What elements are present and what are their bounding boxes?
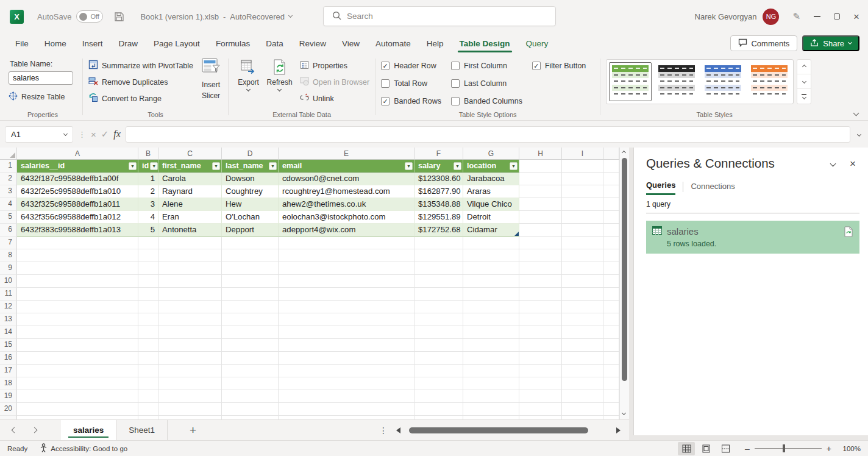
grid-cell[interactable]	[138, 403, 158, 416]
grid-cell[interactable]	[463, 377, 519, 390]
grid-cell[interactable]: Araras	[463, 185, 519, 198]
grid-cell[interactable]	[562, 249, 603, 262]
scroll-right-icon[interactable]	[616, 427, 621, 433]
grid-cell[interactable]	[562, 237, 603, 249]
grid-cell[interactable]	[603, 352, 619, 365]
table-header-cell[interactable]: email▼	[279, 160, 414, 173]
grid-cell[interactable]	[562, 403, 603, 416]
grid-cell[interactable]	[414, 326, 463, 339]
grid-cell[interactable]	[222, 237, 279, 249]
filter-button[interactable]: ▼	[269, 162, 277, 170]
grid-cell[interactable]: ahew2@thetimes.co.uk	[279, 198, 414, 211]
grid-cell[interactable]	[603, 185, 619, 198]
first-column-checkbox[interactable]: First Column	[451, 59, 522, 72]
grid-cell[interactable]	[603, 313, 619, 326]
row-number[interactable]: 8	[0, 249, 17, 262]
filter-button[interactable]: ▼	[150, 162, 158, 170]
grid-cell[interactable]: Coughtrey	[222, 185, 279, 198]
grid-cell[interactable]: 6432f383c99588deffb1a013	[17, 224, 138, 237]
grid-cell[interactable]	[519, 173, 562, 185]
grid-cell[interactable]	[17, 365, 138, 377]
tab-query[interactable]: Query	[518, 33, 557, 54]
gallery-down-button[interactable]	[797, 74, 811, 89]
table-header-cell[interactable]: last_name▼	[222, 160, 279, 173]
banded-rows-checkbox[interactable]: ✓Banded Rows	[381, 94, 441, 107]
grid-cell[interactable]	[17, 313, 138, 326]
grid-cell[interactable]	[279, 237, 414, 249]
grid-cell[interactable]: O'Lochan	[222, 211, 279, 224]
row-number[interactable]: 9	[0, 262, 17, 275]
grid-cell[interactable]	[603, 339, 619, 352]
grid-cell[interactable]	[603, 173, 619, 185]
grid-cell[interactable]	[138, 275, 158, 288]
table-header-cell[interactable]: location▼	[463, 160, 519, 173]
grid-cell[interactable]	[222, 262, 279, 275]
column-header-C[interactable]: C	[158, 148, 222, 160]
filter-button[interactable]: ▼	[454, 162, 461, 170]
row-number[interactable]: 4	[0, 198, 17, 211]
grid-cell[interactable]	[414, 249, 463, 262]
table-style-swatch-0[interactable]	[609, 62, 652, 101]
row-number[interactable]: 14	[0, 326, 17, 339]
grid-cell[interactable]	[158, 288, 222, 301]
grid-cell[interactable]	[222, 301, 279, 313]
last-column-checkbox[interactable]: Last Column	[451, 77, 522, 90]
grid-cell[interactable]	[158, 352, 222, 365]
grid-cell[interactable]	[463, 313, 519, 326]
grid-cell[interactable]	[222, 365, 279, 377]
row-number[interactable]: 19	[0, 390, 17, 403]
grid-cell[interactable]	[279, 365, 414, 377]
grid-cell[interactable]: $162877.90	[414, 185, 463, 198]
insert-slicer-button[interactable]: Insert Slicer	[199, 58, 222, 106]
horizontal-scrollbar[interactable]	[396, 420, 621, 440]
grid-cell[interactable]	[519, 288, 562, 301]
grid-cell[interactable]	[17, 377, 138, 390]
grid-cell[interactable]	[279, 377, 414, 390]
grid-cell[interactable]	[414, 237, 463, 249]
grid-cell[interactable]	[519, 390, 562, 403]
remove-duplicates-button[interactable]: Remove Duplicates	[88, 74, 193, 90]
grid-cell[interactable]	[222, 352, 279, 365]
grid-cell[interactable]	[562, 339, 603, 352]
grid-cell[interactable]: $135348.88	[414, 198, 463, 211]
prev-sheet-icon[interactable]	[12, 427, 18, 433]
row-number[interactable]: 3	[0, 185, 17, 198]
resize-table-button[interactable]: Resize Table	[9, 89, 77, 104]
tab-table-design[interactable]: Table Design	[452, 33, 518, 54]
grid-cell[interactable]	[519, 249, 562, 262]
grid-cell[interactable]	[519, 403, 562, 416]
grid-cell[interactable]	[519, 224, 562, 237]
collapse-ribbon-icon[interactable]	[853, 110, 859, 116]
close-button[interactable]: ×	[853, 12, 859, 22]
grid-cell[interactable]	[562, 365, 603, 377]
grid-cell[interactable]	[519, 326, 562, 339]
properties-button[interactable]: Properties	[300, 58, 369, 73]
grid-cell[interactable]	[279, 326, 414, 339]
share-button[interactable]: Share	[802, 35, 859, 51]
grid-cell[interactable]	[414, 339, 463, 352]
grid-cell[interactable]	[519, 198, 562, 211]
column-header-D[interactable]: D	[222, 148, 279, 160]
search-input[interactable]: Search	[323, 6, 556, 26]
grid-cell[interactable]	[603, 275, 619, 288]
grid-cell[interactable]	[463, 403, 519, 416]
grid-cell[interactable]	[562, 288, 603, 301]
scroll-down-icon[interactable]	[622, 411, 626, 415]
tab-data[interactable]: Data	[258, 33, 291, 54]
row-number[interactable]: 13	[0, 313, 17, 326]
grid-cell[interactable]: Depport	[222, 224, 279, 237]
row-number[interactable]: 18	[0, 377, 17, 390]
grid-cell[interactable]: Carola	[158, 173, 222, 185]
grid-cell[interactable]	[138, 313, 158, 326]
name-box[interactable]: A1	[5, 126, 73, 143]
grid-cell[interactable]: $172752.68	[414, 224, 463, 237]
grid-cell[interactable]	[279, 339, 414, 352]
grid-cell[interactable]: Vilque Chico	[463, 198, 519, 211]
grid-cell[interactable]	[158, 326, 222, 339]
grid-cell[interactable]	[17, 288, 138, 301]
accessibility-status[interactable]: Accessibility: Good to go	[40, 443, 127, 454]
expand-formula-bar-icon[interactable]	[857, 132, 861, 136]
status-mode[interactable]: Ready	[7, 445, 27, 452]
zoom-slider[interactable]	[755, 448, 822, 449]
grid-cell[interactable]	[562, 185, 603, 198]
